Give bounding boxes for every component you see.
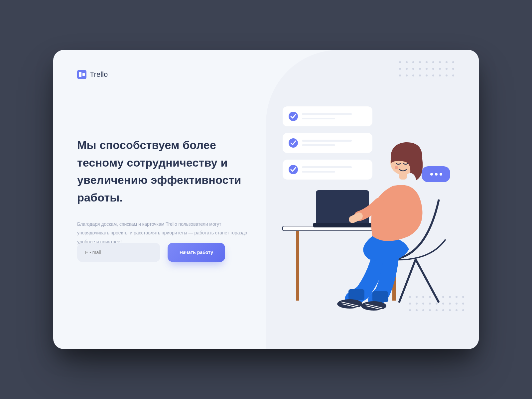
decorative-dot-grid-bottom <box>409 296 466 313</box>
brand-logo: Trello <box>77 70 108 79</box>
email-input[interactable] <box>77 243 160 262</box>
hero-subtext: Благодаря доскам, спискам и карточкам Tr… <box>77 220 250 246</box>
landing-card: Trello Мы способствуем более тесному сот… <box>53 50 479 349</box>
decorative-dot-grid-top <box>399 61 456 78</box>
hero-copy: Мы способствуем более тесному сотрудниче… <box>77 136 263 246</box>
trello-icon <box>77 70 86 79</box>
hero-headline: Мы способствуем более тесному сотрудниче… <box>77 136 263 206</box>
signup-form: Начать работу <box>77 243 225 262</box>
brand-name: Trello <box>90 70 108 79</box>
start-work-button[interactable]: Начать работу <box>168 243 225 262</box>
